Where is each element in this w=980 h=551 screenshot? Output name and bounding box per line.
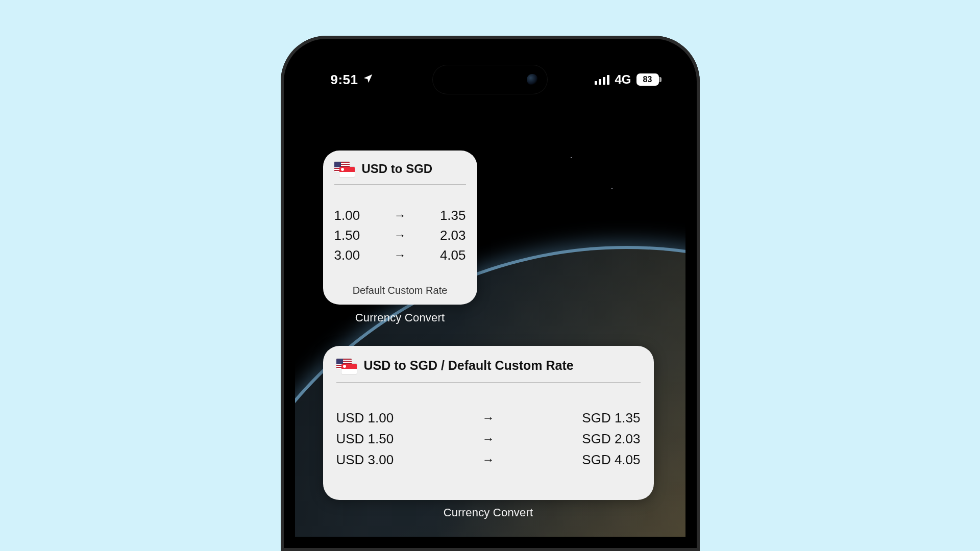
- currency-flags-icon: [336, 359, 357, 373]
- location-icon: [362, 72, 374, 88]
- to-amount: 4.05: [429, 247, 466, 263]
- phone-frame: 9:51 4G 83: [281, 36, 700, 551]
- arrow-icon: →: [394, 208, 406, 222]
- from-amount: USD 3.00: [336, 452, 408, 468]
- to-amount: SGD 2.03: [569, 431, 641, 447]
- cellular-signal-icon: [595, 74, 609, 85]
- conversion-table: USD 1.00 → SGD 1.35 USD 1.50 → SGD 2.03 …: [336, 383, 641, 490]
- to-amount: SGD 1.35: [569, 410, 641, 426]
- battery-indicator: 83: [636, 73, 659, 86]
- to-amount: SGD 4.05: [569, 452, 641, 468]
- battery-percent: 83: [643, 75, 652, 84]
- widget-header: USD to SGD / Default Custom Rate: [336, 358, 641, 383]
- table-row: USD 1.50 → SGD 2.03: [336, 431, 641, 447]
- widget-title: USD to SGD: [362, 162, 433, 176]
- table-row: USD 3.00 → SGD 4.05: [336, 452, 641, 468]
- widget-footer: Default Custom Rate: [334, 281, 466, 296]
- currency-widget-large[interactable]: USD to SGD / Default Custom Rate USD 1.0…: [323, 346, 654, 500]
- from-amount: USD 1.50: [336, 431, 408, 447]
- status-time: 9:51: [331, 72, 358, 88]
- currency-flags-icon: [334, 162, 355, 176]
- widget-title: USD to SGD / Default Custom Rate: [364, 358, 574, 373]
- widget-app-name: Currency Convert: [323, 311, 477, 324]
- currency-widget-small[interactable]: USD to SGD 1.00 → 1.35 1.50 → 2.03 3.00: [323, 151, 477, 305]
- arrow-icon: →: [482, 432, 495, 446]
- from-amount: 3.00: [334, 247, 371, 263]
- conversion-table: 1.00 → 1.35 1.50 → 2.03 3.00 → 4.05: [334, 185, 466, 281]
- table-row: 1.00 → 1.35: [334, 208, 466, 223]
- from-amount: 1.00: [334, 208, 371, 223]
- status-bar: 9:51 4G 83: [295, 68, 685, 91]
- arrow-icon: →: [394, 228, 406, 242]
- table-row: USD 1.00 → SGD 1.35: [336, 410, 641, 426]
- table-row: 1.50 → 2.03: [334, 228, 466, 243]
- arrow-icon: →: [394, 248, 406, 262]
- network-type: 4G: [615, 72, 631, 87]
- to-amount: 1.35: [429, 208, 466, 223]
- from-amount: 1.50: [334, 228, 371, 243]
- decoration: [571, 157, 572, 158]
- decoration: [611, 188, 612, 189]
- table-row: 3.00 → 4.05: [334, 247, 466, 263]
- to-amount: 2.03: [429, 228, 466, 243]
- phone-screen: 9:51 4G 83: [295, 50, 685, 537]
- widget-app-name: Currency Convert: [323, 506, 654, 519]
- arrow-icon: →: [482, 411, 495, 425]
- widget-header: USD to SGD: [334, 162, 466, 185]
- arrow-icon: →: [482, 453, 495, 467]
- from-amount: USD 1.00: [336, 410, 408, 426]
